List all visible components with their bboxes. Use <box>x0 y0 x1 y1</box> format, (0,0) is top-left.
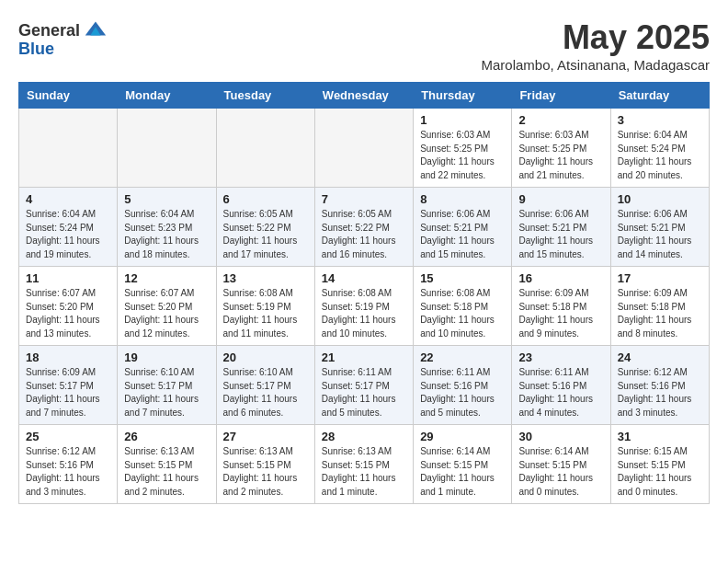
col-friday: Friday <box>512 83 610 109</box>
day-info: Sunrise: 6:03 AM Sunset: 5:25 PM Dayligh… <box>420 129 505 182</box>
day-number: 21 <box>322 350 406 364</box>
logo-blue: Blue <box>18 40 54 58</box>
col-sunday: Sunday <box>19 83 118 109</box>
day-number: 29 <box>420 430 505 443</box>
day-info: Sunrise: 6:10 AM Sunset: 5:17 PM Dayligh… <box>124 366 209 419</box>
day-info: Sunrise: 6:12 AM Sunset: 5:16 PM Dayligh… <box>618 366 702 419</box>
day-number: 13 <box>223 271 308 285</box>
day-number: 30 <box>518 430 603 443</box>
col-thursday: Thursday <box>414 83 512 109</box>
table-row: 3 Sunrise: 6:04 AM Sunset: 5:24 PM Dayli… <box>610 109 709 188</box>
day-info: Sunrise: 6:06 AM Sunset: 5:21 PM Dayligh… <box>420 208 505 261</box>
day-number: 19 <box>124 350 209 364</box>
day-number: 28 <box>322 430 406 443</box>
table-row: 28 Sunrise: 6:13 AM Sunset: 5:15 PM Dayl… <box>314 425 413 504</box>
calendar-week-row: 4 Sunrise: 6:04 AM Sunset: 5:24 PM Dayli… <box>19 188 710 267</box>
col-monday: Monday <box>118 83 216 109</box>
table-row: 1 Sunrise: 6:03 AM Sunset: 5:25 PM Dayli… <box>414 109 512 188</box>
calendar-table: Sunday Monday Tuesday Wednesday Thursday… <box>18 82 710 504</box>
day-info: Sunrise: 6:04 AM Sunset: 5:24 PM Dayligh… <box>618 129 702 182</box>
month-year-title: May 2025 <box>482 18 710 57</box>
day-number: 1 <box>420 113 505 127</box>
day-info: Sunrise: 6:11 AM Sunset: 5:17 PM Dayligh… <box>322 366 406 419</box>
table-row: 25 Sunrise: 6:12 AM Sunset: 5:16 PM Dayl… <box>19 425 118 504</box>
table-row: 6 Sunrise: 6:05 AM Sunset: 5:22 PM Dayli… <box>216 188 314 267</box>
day-info: Sunrise: 6:06 AM Sunset: 5:21 PM Dayligh… <box>518 208 603 261</box>
day-number: 25 <box>26 430 110 443</box>
day-number: 16 <box>518 271 603 285</box>
table-row: 31 Sunrise: 6:15 AM Sunset: 5:15 PM Dayl… <box>610 425 709 504</box>
table-row <box>314 109 413 188</box>
day-number: 20 <box>223 350 308 364</box>
day-info: Sunrise: 6:09 AM Sunset: 5:18 PM Dayligh… <box>518 287 603 340</box>
table-row: 21 Sunrise: 6:11 AM Sunset: 5:17 PM Dayl… <box>314 346 413 425</box>
day-info: Sunrise: 6:11 AM Sunset: 5:16 PM Dayligh… <box>518 366 603 419</box>
location-subtitle: Marolambo, Atsinanana, Madagascar <box>482 57 710 73</box>
day-number: 5 <box>124 192 209 206</box>
logo: General Blue <box>18 18 108 59</box>
table-row: 14 Sunrise: 6:08 AM Sunset: 5:19 PM Dayl… <box>314 267 413 346</box>
day-number: 10 <box>618 192 702 206</box>
table-row: 30 Sunrise: 6:14 AM Sunset: 5:15 PM Dayl… <box>512 425 610 504</box>
day-info: Sunrise: 6:07 AM Sunset: 5:20 PM Dayligh… <box>124 287 209 340</box>
calendar-week-row: 1 Sunrise: 6:03 AM Sunset: 5:25 PM Dayli… <box>19 109 710 188</box>
day-number: 17 <box>618 271 702 285</box>
day-number: 7 <box>322 192 406 206</box>
calendar-week-row: 11 Sunrise: 6:07 AM Sunset: 5:20 PM Dayl… <box>19 267 710 346</box>
day-info: Sunrise: 6:11 AM Sunset: 5:16 PM Dayligh… <box>420 366 505 419</box>
day-number: 12 <box>124 271 209 285</box>
day-number: 4 <box>26 192 110 206</box>
day-info: Sunrise: 6:13 AM Sunset: 5:15 PM Dayligh… <box>124 445 209 499</box>
day-number: 18 <box>26 350 110 364</box>
table-row: 26 Sunrise: 6:13 AM Sunset: 5:15 PM Dayl… <box>118 425 216 504</box>
day-number: 6 <box>223 192 308 206</box>
day-number: 15 <box>420 271 505 285</box>
day-info: Sunrise: 6:08 AM Sunset: 5:19 PM Dayligh… <box>322 287 406 340</box>
day-info: Sunrise: 6:09 AM Sunset: 5:18 PM Dayligh… <box>618 287 702 340</box>
day-number: 9 <box>518 192 603 206</box>
day-number: 31 <box>618 430 702 443</box>
table-row: 15 Sunrise: 6:08 AM Sunset: 5:18 PM Dayl… <box>414 267 512 346</box>
day-number: 8 <box>420 192 505 206</box>
col-wednesday: Wednesday <box>314 83 413 109</box>
day-info: Sunrise: 6:05 AM Sunset: 5:22 PM Dayligh… <box>223 208 308 261</box>
table-row: 27 Sunrise: 6:13 AM Sunset: 5:15 PM Dayl… <box>216 425 314 504</box>
table-row: 18 Sunrise: 6:09 AM Sunset: 5:17 PM Dayl… <box>19 346 118 425</box>
day-info: Sunrise: 6:12 AM Sunset: 5:16 PM Dayligh… <box>26 445 110 499</box>
day-info: Sunrise: 6:05 AM Sunset: 5:22 PM Dayligh… <box>322 208 406 261</box>
table-row: 4 Sunrise: 6:04 AM Sunset: 5:24 PM Dayli… <box>19 188 118 267</box>
day-number: 22 <box>420 350 505 364</box>
calendar-week-row: 18 Sunrise: 6:09 AM Sunset: 5:17 PM Dayl… <box>19 346 710 425</box>
table-row <box>19 109 118 188</box>
table-row: 19 Sunrise: 6:10 AM Sunset: 5:17 PM Dayl… <box>118 346 216 425</box>
day-number: 24 <box>618 350 702 364</box>
table-row <box>216 109 314 188</box>
table-row: 17 Sunrise: 6:09 AM Sunset: 5:18 PM Dayl… <box>610 267 709 346</box>
calendar-week-row: 25 Sunrise: 6:12 AM Sunset: 5:16 PM Dayl… <box>19 425 710 504</box>
table-row: 5 Sunrise: 6:04 AM Sunset: 5:23 PM Dayli… <box>118 188 216 267</box>
day-info: Sunrise: 6:06 AM Sunset: 5:21 PM Dayligh… <box>618 208 702 261</box>
logo-icon <box>82 17 108 42</box>
table-row <box>118 109 216 188</box>
day-info: Sunrise: 6:15 AM Sunset: 5:15 PM Dayligh… <box>618 445 702 499</box>
table-row: 16 Sunrise: 6:09 AM Sunset: 5:18 PM Dayl… <box>512 267 610 346</box>
table-row: 11 Sunrise: 6:07 AM Sunset: 5:20 PM Dayl… <box>19 267 118 346</box>
table-row: 23 Sunrise: 6:11 AM Sunset: 5:16 PM Dayl… <box>512 346 610 425</box>
calendar-header-row: Sunday Monday Tuesday Wednesday Thursday… <box>19 83 710 109</box>
table-row: 8 Sunrise: 6:06 AM Sunset: 5:21 PM Dayli… <box>414 188 512 267</box>
table-row: 12 Sunrise: 6:07 AM Sunset: 5:20 PM Dayl… <box>118 267 216 346</box>
day-info: Sunrise: 6:08 AM Sunset: 5:19 PM Dayligh… <box>223 287 308 340</box>
day-info: Sunrise: 6:10 AM Sunset: 5:17 PM Dayligh… <box>223 366 308 419</box>
table-row: 2 Sunrise: 6:03 AM Sunset: 5:25 PM Dayli… <box>512 109 610 188</box>
day-number: 14 <box>322 271 406 285</box>
day-number: 3 <box>618 113 702 127</box>
page-header: General Blue May 2025 Marolambo, Atsinan… <box>18 18 710 73</box>
day-info: Sunrise: 6:14 AM Sunset: 5:15 PM Dayligh… <box>518 445 603 499</box>
table-row: 7 Sunrise: 6:05 AM Sunset: 5:22 PM Dayli… <box>314 188 413 267</box>
day-info: Sunrise: 6:14 AM Sunset: 5:15 PM Dayligh… <box>420 445 505 499</box>
day-number: 27 <box>223 430 308 443</box>
table-row: 20 Sunrise: 6:10 AM Sunset: 5:17 PM Dayl… <box>216 346 314 425</box>
day-number: 2 <box>518 113 603 127</box>
day-number: 26 <box>124 430 209 443</box>
col-tuesday: Tuesday <box>216 83 314 109</box>
